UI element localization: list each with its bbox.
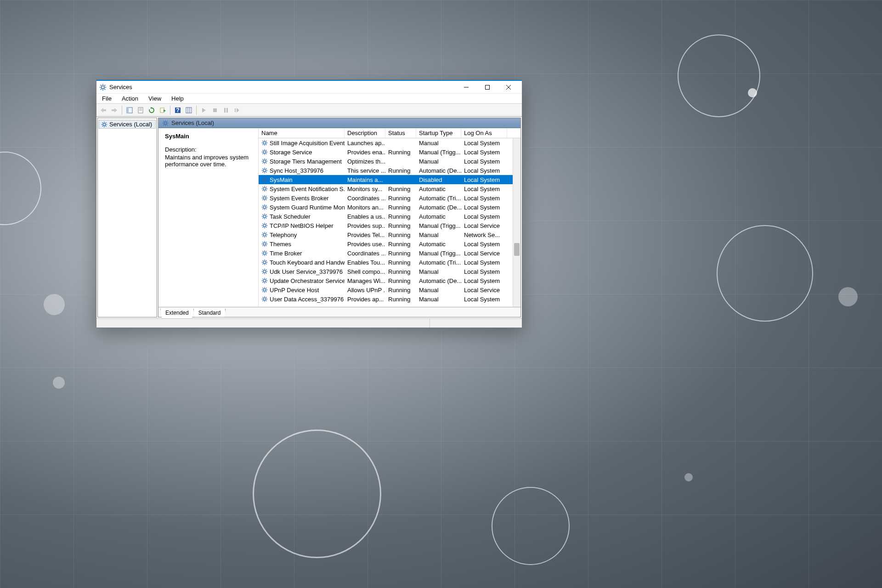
table-row[interactable]: Still Image Acquisition EventsLaunches a… [259, 138, 520, 147]
tab-extended[interactable]: Extended [160, 309, 194, 317]
gear-icon [101, 121, 107, 128]
show-hide-tree-button[interactable] [124, 105, 135, 115]
cell: Local Service [461, 250, 507, 257]
col-status[interactable]: Status [385, 128, 416, 138]
back-button[interactable] [98, 105, 108, 115]
cell: Automatic [416, 213, 461, 220]
cell: Manual [416, 287, 461, 294]
forward-button[interactable] [109, 105, 119, 115]
table-row[interactable]: UPnP Device HostAllows UPnP ...RunningMa… [259, 285, 520, 294]
cell: Running [385, 213, 416, 220]
cell: Automatic [416, 186, 461, 192]
pause-service-button[interactable] [221, 105, 231, 115]
minimize-button[interactable] [456, 80, 477, 94]
gear-icon [261, 167, 268, 174]
bg-dot [838, 287, 858, 306]
cell: Local System [461, 158, 507, 165]
cell: System Event Notification S... [259, 186, 345, 192]
export-button[interactable] [158, 105, 168, 115]
scrollbar[interactable] [513, 138, 520, 307]
table-row[interactable]: Udk User Service_3379976Shell compo...Ru… [259, 267, 520, 276]
gear-icon [261, 296, 268, 302]
table-row[interactable]: Sync Host_3379976This service ...Running… [259, 166, 520, 175]
selected-service-name: SysMain [165, 133, 252, 140]
menubar: File Action View Help [96, 94, 522, 104]
statusbar [96, 318, 522, 328]
cell: Provides Tel... [345, 232, 385, 238]
tab-standard[interactable]: Standard [193, 309, 226, 317]
restart-service-button[interactable] [232, 105, 242, 115]
gear-icon [261, 259, 268, 266]
gear-icon [261, 241, 268, 247]
cell: Network Se... [461, 232, 507, 238]
table-row[interactable]: Task SchedulerEnables a us...RunningAuto… [259, 212, 520, 221]
cell: Sync Host_3379976 [259, 167, 345, 174]
titlebar[interactable]: Services [96, 80, 522, 94]
cell: Enables a us... [345, 213, 385, 220]
tree-pane[interactable]: Services (Local) [97, 118, 157, 317]
table-row[interactable]: System Event Notification S...Monitors s… [259, 184, 520, 193]
cell: Themes [259, 241, 345, 248]
table-row[interactable]: SysMainMaintains a...DisabledLocal Syste… [259, 175, 520, 184]
cell: User Data Access_3379976 [259, 296, 345, 303]
cell: Running [385, 195, 416, 202]
cell: Disabled [416, 176, 461, 183]
table-row[interactable]: ThemesProvides use...RunningAutomaticLoc… [259, 239, 520, 249]
table-row[interactable]: System Guard Runtime Mon...Monitors an..… [259, 203, 520, 212]
cell: Running [385, 296, 416, 303]
table-row[interactable]: Update Orchestrator ServiceManages Wi...… [259, 276, 520, 285]
window-title: Services [109, 84, 132, 90]
svg-rect-27 [186, 107, 192, 113]
cell: System Events Broker [259, 195, 345, 202]
cell: Local System [461, 277, 507, 284]
menu-view[interactable]: View [147, 94, 163, 103]
bg-circle [678, 34, 760, 117]
scroll-thumb[interactable] [514, 243, 520, 256]
cell: Automatic (De... [416, 277, 461, 284]
menu-file[interactable]: File [100, 94, 113, 103]
menu-help[interactable]: Help [170, 94, 186, 103]
table-row[interactable]: TCP/IP NetBIOS HelperProvides sup...Runn… [259, 221, 520, 230]
cell: Manual [416, 232, 461, 238]
cell: Automatic (Tri... [416, 259, 461, 266]
cell: Local System [461, 140, 507, 147]
table-row[interactable]: System Events BrokerCoordinates ...Runni… [259, 193, 520, 203]
table-row[interactable]: Touch Keyboard and Handw...Enables Tou..… [259, 258, 520, 267]
cell: Local System [461, 176, 507, 183]
app-gear-icon [99, 84, 107, 91]
list-rows[interactable]: Still Image Acquisition EventsLaunches a… [259, 138, 520, 307]
svg-rect-23 [160, 108, 164, 113]
svg-marker-13 [101, 108, 103, 113]
cell: Running [385, 149, 416, 156]
view-columns-button[interactable] [184, 105, 194, 115]
svg-rect-34 [235, 108, 236, 112]
refresh-button[interactable] [147, 105, 157, 115]
col-startup-type[interactable]: Startup Type [416, 128, 461, 138]
table-row[interactable]: TelephonyProvides Tel...RunningManualNet… [259, 230, 520, 239]
col-log-on-as[interactable]: Log On As [461, 128, 507, 138]
stop-service-button[interactable] [210, 105, 220, 115]
bg-dot [53, 377, 65, 389]
properties-button[interactable] [136, 105, 146, 115]
help-button[interactable]: ? [173, 105, 183, 115]
table-row[interactable]: Storage ServiceProvides ena...RunningMan… [259, 147, 520, 157]
column-headers: Name Description Status Startup Type Log… [259, 128, 520, 138]
cell: Coordinates ... [345, 250, 385, 257]
col-description[interactable]: Description [345, 128, 385, 138]
cell: Local System [461, 149, 507, 156]
bg-circle [253, 430, 381, 558]
start-service-button[interactable] [199, 105, 209, 115]
table-row[interactable]: User Data Access_3379976Provides ap...Ru… [259, 294, 520, 304]
gear-icon [162, 120, 169, 126]
cell: Local System [461, 213, 507, 220]
table-row[interactable]: Time BrokerCoordinates ...RunningManual … [259, 249, 520, 258]
col-name[interactable]: Name [259, 128, 345, 138]
maximize-button[interactable] [477, 80, 498, 94]
close-button[interactable] [498, 80, 519, 94]
tree-root-services-local[interactable]: Services (Local) [99, 120, 156, 129]
table-row[interactable]: Storage Tiers ManagementOptimizes th...M… [259, 157, 520, 166]
svg-rect-14 [103, 109, 106, 111]
cell: Provides ap... [345, 296, 385, 303]
cell: Provides use... [345, 241, 385, 248]
menu-action[interactable]: Action [120, 94, 140, 103]
